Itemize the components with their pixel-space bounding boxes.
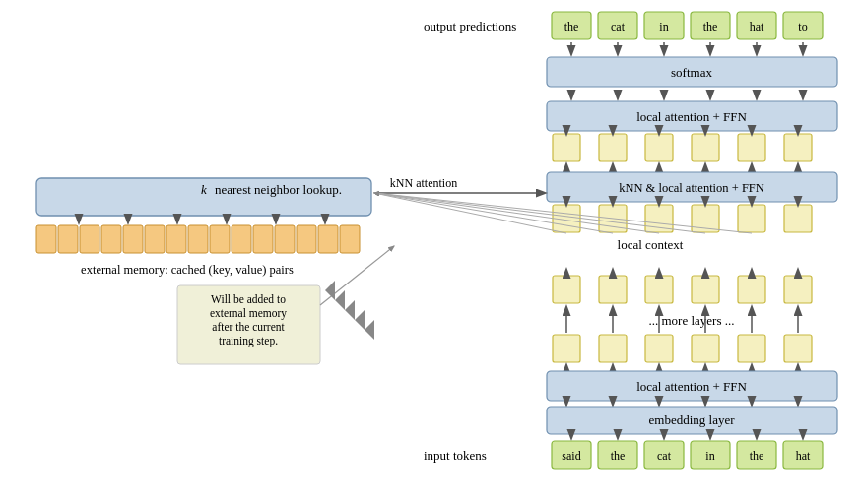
will-be-added-text-3: after the current: [212, 321, 285, 333]
mem-cell-7: [188, 225, 208, 253]
yellow-sq-row1-0: [553, 134, 580, 161]
knn-lookup-k: k: [201, 182, 207, 197]
yellow-sq-row4-5: [784, 335, 812, 362]
output-token-1-label: cat: [611, 20, 626, 33]
yellow-sq-row3-5: [784, 276, 812, 303]
knn-local-attention-ffn-label: kNN & local attention + FFN: [619, 181, 764, 195]
yellow-sq-row3-2: [645, 276, 673, 303]
input-token-1-label: the: [611, 449, 626, 463]
yellow-sq-row4-4: [738, 335, 765, 362]
mem-cell-10: [253, 225, 273, 253]
mem-cell-5: [145, 225, 165, 253]
output-token-0-label: the: [564, 20, 579, 33]
local-attention-ffn-bottom-label: local attention + FFN: [636, 379, 747, 394]
mem-cell-13: [318, 225, 338, 253]
embedding-layer-label: embedding layer: [649, 412, 736, 427]
will-be-added-arrowhead-4: [365, 320, 374, 340]
input-token-3-label: in: [705, 449, 714, 463]
yellow-sq-row1-4: [738, 134, 765, 161]
mem-cell-1: [58, 225, 78, 253]
mem-cell-2: [80, 225, 99, 253]
will-be-added-text-1: Will be added to: [211, 293, 286, 305]
local-context-label: local context: [618, 237, 684, 252]
yellow-sq-row4-3: [692, 335, 719, 362]
mem-cell-9: [232, 225, 251, 253]
architecture-svg: the cat in the hat to output predictions…: [0, 0, 862, 504]
mem-cell-0: [36, 225, 56, 253]
yellow-sq-row4-1: [599, 335, 627, 362]
yellow-sq-row2-4: [738, 205, 765, 232]
mem-cell-12: [297, 225, 316, 253]
mem-cell-6: [166, 225, 186, 253]
input-token-5-label: hat: [796, 449, 811, 463]
yellow-sq-row3-1: [599, 276, 627, 303]
external-memory-label: external memory: cached (key, value) pai…: [81, 263, 294, 277]
knn-lookup-text: nearest neighbor lookup.: [215, 182, 342, 197]
will-be-added-arrowhead-3: [355, 310, 365, 330]
yellow-sq-row1-3: [692, 134, 719, 161]
mem-cell-11: [275, 225, 295, 253]
will-be-added-arrowhead-1: [335, 290, 345, 310]
mem-cell-4: [123, 225, 143, 253]
local-attention-ffn-top-label: local attention + FFN: [636, 109, 747, 124]
mem-cell-8: [210, 225, 230, 253]
output-predictions-label: output predictions: [424, 19, 516, 33]
yellow-sq-row1-5: [784, 134, 812, 161]
softmax-label: softmax: [671, 65, 712, 80]
yellow-sq-row1-2: [645, 134, 673, 161]
output-token-3-label: the: [703, 20, 718, 33]
input-token-2-label: cat: [657, 449, 672, 463]
yellow-sq-row3-0: [553, 276, 580, 303]
mem-cell-14: [340, 225, 360, 253]
yellow-sq-row4-0: [553, 335, 580, 362]
will-be-added-text-2: external memory: [210, 307, 287, 320]
mem-cell-3: [101, 225, 121, 253]
yellow-sq-row3-3: [692, 276, 719, 303]
input-tokens-label: input tokens: [424, 448, 487, 463]
input-token-4-label: the: [750, 449, 764, 463]
output-token-5-label: to: [798, 20, 807, 33]
more-layers-label: ... more layers ...: [648, 313, 734, 328]
yellow-sq-row4-2: [645, 335, 673, 362]
output-token-2-label: in: [659, 20, 668, 33]
yellow-sq-row2-2: [645, 205, 673, 232]
yellow-sq-row3-4: [738, 276, 765, 303]
diagram-container: the cat in the hat to output predictions…: [0, 0, 862, 504]
will-be-added-text-4: training step.: [219, 335, 278, 347]
will-be-added-arrowhead-2: [345, 300, 355, 320]
input-token-0-label: said: [562, 449, 580, 463]
knn-attention-label: kNN attention: [390, 176, 457, 190]
output-token-4-label: hat: [750, 20, 764, 33]
yellow-sq-row2-5: [784, 205, 812, 232]
yellow-sq-row1-1: [599, 134, 627, 161]
